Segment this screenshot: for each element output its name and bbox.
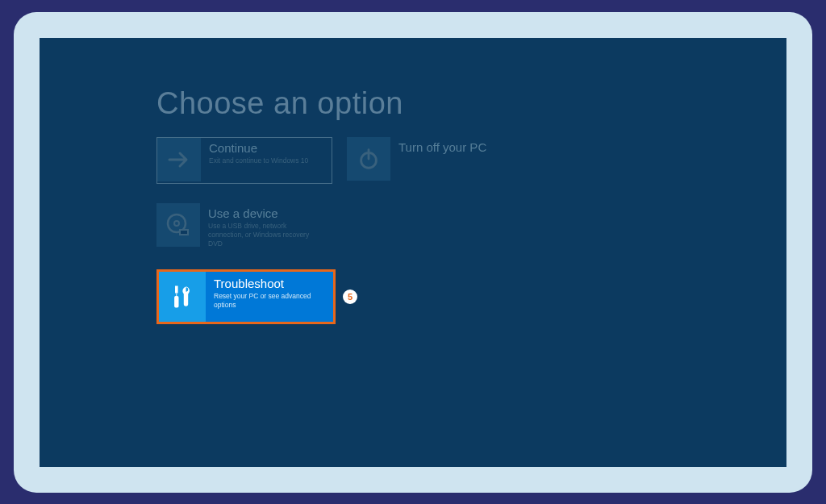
svg-rect-6 (176, 293, 177, 296)
turnoff-option[interactable]: Turn off your PC (347, 137, 523, 184)
arrow-right-icon (157, 138, 201, 181)
svg-rect-5 (175, 285, 178, 293)
usedevice-label: Use a device (208, 206, 321, 220)
svg-rect-4 (180, 230, 188, 235)
continue-option[interactable]: Continue Exit and continue to Windows 10 (156, 137, 332, 184)
svg-point-3 (174, 221, 179, 226)
svg-rect-7 (174, 296, 178, 307)
usedevice-option[interactable]: Use a device Use a USB drive, network co… (156, 203, 332, 250)
usedevice-desc: Use a USB drive, network connection, or … (208, 222, 321, 248)
power-icon (347, 137, 390, 181)
usedevice-text: Use a device Use a USB drive, network co… (200, 203, 329, 253)
outer-frame: Choose an option Continue Exit and conti… (14, 12, 812, 493)
troubleshoot-text: Troubleshoot Reset your PC or see advanc… (206, 272, 333, 314)
page-title: Choose an option (156, 86, 786, 121)
disc-icon (156, 203, 200, 247)
turnoff-label: Turn off your PC (398, 140, 511, 154)
troubleshoot-option[interactable]: Troubleshoot Reset your PC or see advanc… (156, 269, 336, 324)
troubleshoot-label: Troubleshoot (214, 277, 325, 290)
tools-icon (159, 272, 206, 322)
turnoff-text: Turn off your PC (390, 137, 519, 160)
continue-desc: Exit and continue to Windows 10 (209, 156, 322, 165)
recovery-screen: Choose an option Continue Exit and conti… (40, 38, 786, 467)
continue-text: Continue Exit and continue to Windows 10 (201, 138, 330, 170)
continue-label: Continue (209, 141, 322, 155)
troubleshoot-desc: Reset your PC or see advanced options (214, 292, 325, 310)
options-grid: Continue Exit and continue to Windows 10… (156, 137, 657, 324)
step-badge: 5 (343, 289, 357, 304)
